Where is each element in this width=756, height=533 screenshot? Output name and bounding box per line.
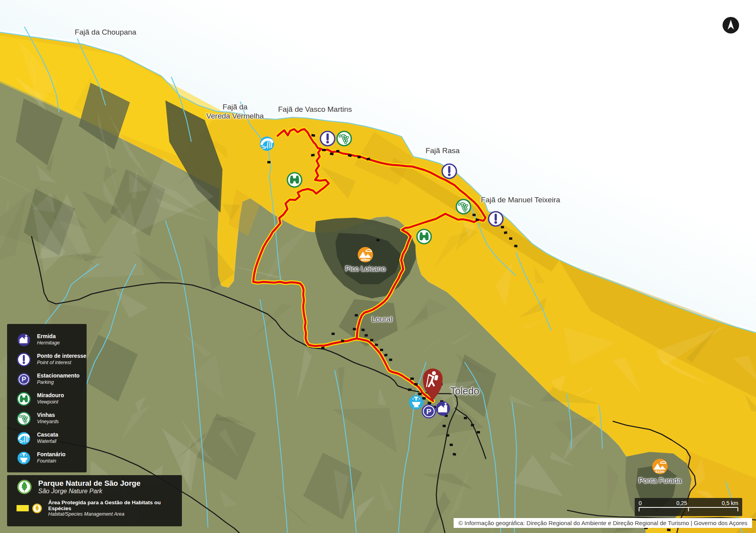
protected-area-label-pt: Área Protegida para a Gestão de Habitats… bbox=[48, 500, 182, 511]
legend-label-pt: Estacionamento bbox=[37, 372, 80, 379]
viewpoint-icon bbox=[17, 392, 31, 406]
legend-label-en: Point of interest bbox=[37, 360, 86, 366]
parking-icon bbox=[17, 372, 31, 387]
label-faja-de-vasco-martins: Fajã de Vasco Martins bbox=[278, 105, 352, 114]
label-faja-da-choupana: Fajã da Choupana bbox=[75, 28, 136, 37]
point-of-interest-icon bbox=[487, 211, 504, 227]
legend-label-pt: Ponto de interesse bbox=[37, 353, 86, 360]
trail-map: P bbox=[0, 0, 756, 533]
legend-label-en: Vineyards bbox=[37, 419, 59, 425]
legend-label-pt: Vinhas bbox=[37, 412, 59, 419]
legend-label-pt: Ermida bbox=[37, 333, 60, 340]
legend-label-pt: Fontanário bbox=[37, 451, 65, 458]
mountain-peak-icon: 489m bbox=[356, 246, 374, 264]
scale-end: 0,5 km bbox=[722, 500, 738, 506]
vineyards-icon bbox=[455, 198, 472, 215]
legend-item-fountain: Fontanário Fountain bbox=[7, 448, 87, 468]
park-name-en: São Jorge Nature Park bbox=[38, 488, 141, 495]
legend-item-waterfall: Cascata Waterfall bbox=[7, 428, 87, 448]
hermitage-icon bbox=[17, 333, 31, 347]
legend-label-en: Hermitage bbox=[37, 340, 60, 346]
viewpoint-icon bbox=[286, 172, 303, 188]
waterfall-icon bbox=[259, 135, 275, 152]
attribution-bar: © Informação geográfica: Direção Regiona… bbox=[454, 518, 752, 528]
vineyards-icon bbox=[17, 411, 31, 426]
scale-start: 0 bbox=[639, 500, 642, 506]
waterfall-icon bbox=[17, 431, 31, 446]
legend-label-en: Fountain bbox=[37, 458, 65, 465]
viewpoint-icon bbox=[416, 228, 432, 245]
legend-label-en: Waterfall bbox=[37, 439, 58, 445]
vineyards-icon bbox=[336, 130, 352, 147]
north-arrow-icon bbox=[721, 16, 740, 35]
label-pico-loicano: Pico Loicano bbox=[345, 265, 385, 274]
point-of-interest-icon bbox=[319, 130, 336, 147]
oak-leaf-icon-yellow bbox=[32, 503, 42, 514]
peak-elevation: 622m bbox=[655, 470, 664, 474]
point-of-interest-icon bbox=[441, 163, 458, 180]
oak-leaf-icon bbox=[17, 479, 32, 495]
fountain-icon bbox=[17, 451, 31, 465]
legend-item-protected-area: Área Protegida para a Gestão de Habitats… bbox=[17, 500, 182, 517]
legend-item-nature-park: Parque Natural de São Jorge São Jorge Na… bbox=[17, 479, 182, 495]
park-legend-panel: Parque Natural de São Jorge São Jorge Na… bbox=[7, 475, 182, 526]
mountain-peak-icon: 622m bbox=[651, 457, 669, 476]
label-faja-da-vereda-vermelha: Fajã da Vereda Vermelha bbox=[206, 103, 264, 121]
legend-item-hermitage: Ermida Hermitage bbox=[7, 330, 87, 350]
legend-item-viewpoint: Miradouro Viewpoint bbox=[7, 389, 87, 409]
legend-label-en: Viewpoint bbox=[37, 399, 64, 405]
label-ponta-furada: Ponta Furada bbox=[638, 477, 681, 485]
legend-label-en: Parking bbox=[37, 379, 80, 386]
peak-elevation: 489m bbox=[361, 258, 370, 262]
legend-label-pt: Miradouro bbox=[37, 392, 64, 399]
legend-item-point-of-interest: Ponto de interesse Point of interest bbox=[7, 350, 87, 369]
protected-area-label-en: Habitat/Species Management Area bbox=[48, 511, 182, 517]
point-of-interest-icon bbox=[17, 352, 31, 367]
label-faja-de-manuel-teixeira: Fajã de Manuel Teixeira bbox=[481, 196, 560, 205]
legend-label-pt: Cascata bbox=[37, 431, 58, 439]
legend-panel: Ermida Hermitage Ponto de interesse Poin… bbox=[7, 324, 87, 472]
park-name: Parque Natural de São Jorge bbox=[38, 479, 141, 488]
scale-bar: 0 0,25 0,5 km bbox=[635, 498, 742, 516]
label-faja-rasa: Fajã Rasa bbox=[426, 146, 460, 155]
label-toledo: Toledo bbox=[450, 385, 479, 397]
legend-item-vineyards: Vinhas Vineyards bbox=[7, 409, 87, 428]
label-loural: Loural bbox=[372, 315, 393, 324]
scale-bar-line bbox=[639, 507, 738, 512]
legend-item-parking: Estacionamento Parking bbox=[7, 369, 87, 389]
scale-middle: 0,25 bbox=[676, 500, 687, 506]
protected-area-swatch bbox=[17, 505, 29, 511]
hermitage-icon bbox=[435, 400, 451, 417]
